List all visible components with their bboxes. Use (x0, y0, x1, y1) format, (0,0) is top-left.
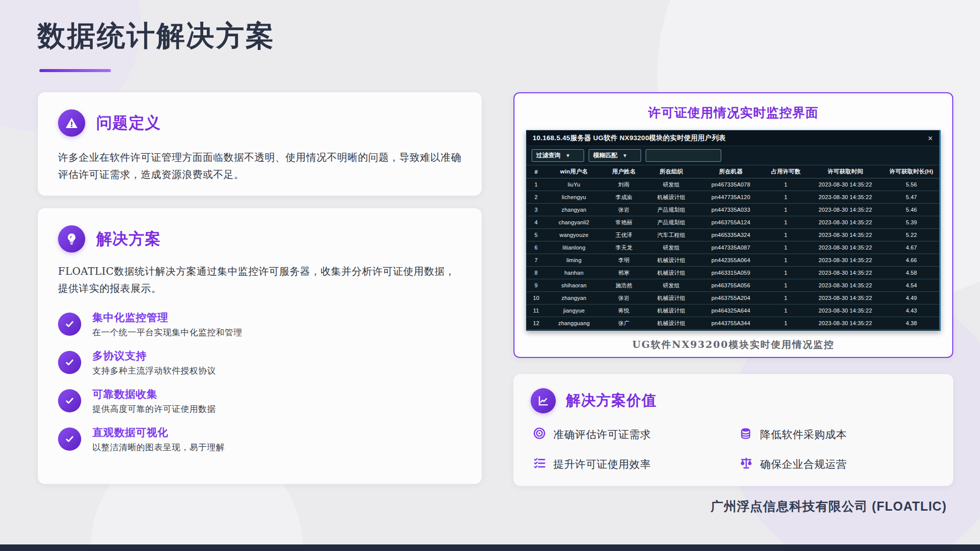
page-title: 数据统计解决方案 (37, 17, 275, 55)
table-cell: 研发组 (646, 282, 697, 289)
table-cell: pn464325A644 (697, 308, 765, 314)
lightbulb-icon (58, 225, 85, 253)
feature-desc: 以整洁清晰的图表呈现，易于理解 (92, 442, 225, 453)
value-item: 确保企业合规运营 (739, 456, 936, 472)
table-cell: 5.46 (884, 207, 939, 213)
table-cell: 李明 (602, 257, 646, 264)
table-cell: 5 (527, 232, 546, 238)
table-cell: 2023-08-30 14:35:22 (807, 219, 884, 225)
feature-item: 多协议支持 支持多种主流浮动软件授权协议 (58, 349, 462, 377)
monitor-card-title: 许可证使用情况实时监控界面 (514, 104, 952, 121)
value-label: 提升许可证使用效率 (553, 457, 651, 471)
table-row[interactable]: 1liuYu刘雨研发组pn467335A07812023-08-30 14:35… (527, 178, 939, 191)
table-cell: shihaoran (546, 282, 602, 288)
check-icon (58, 351, 81, 374)
table-header-cell: 占用许可数 (765, 168, 807, 175)
table-row[interactable]: 11jiangyue蒋悦机械设计组pn464325A64412023-08-30… (527, 304, 939, 317)
scales-icon (739, 456, 753, 472)
table-cell: 4.38 (884, 320, 939, 326)
table-cell: jiangyue (546, 308, 602, 314)
value-card-title: 解决方案价值 (566, 391, 657, 411)
table-cell: 3 (527, 207, 546, 213)
table-cell: 4.67 (884, 244, 939, 251)
table-cell: 1 (765, 270, 807, 276)
table-cell: 2023-08-30 14:35:22 (807, 282, 884, 288)
table-cell: 1 (765, 181, 807, 188)
table-cell: 研发组 (646, 244, 697, 252)
table-cell: zhangyan (546, 295, 602, 301)
close-icon[interactable]: ✕ (928, 135, 933, 142)
checklist-icon (533, 456, 546, 472)
table-cell: 王优泽 (602, 231, 646, 239)
table-cell: 1 (765, 232, 807, 238)
table-cell: 1 (765, 308, 807, 314)
table-cell: 机械设计组 (646, 307, 697, 315)
table-cell: 李成渝 (602, 194, 646, 201)
table-cell: lichengyu (546, 194, 602, 200)
table-cell: 2023-08-30 14:35:22 (807, 244, 884, 251)
feature-item: 集中化监控管理 在一个统一平台实现集中化监控和管理 (58, 311, 462, 338)
value-item: 降低软件采购成本 (739, 426, 936, 442)
table-cell: 2023-08-30 14:35:22 (807, 295, 884, 301)
table-cell: changyanli2 (546, 219, 602, 225)
check-icon (58, 313, 81, 336)
value-item: 提升许可证使用效率 (533, 456, 729, 472)
target-icon (533, 426, 546, 442)
check-icon (58, 389, 81, 412)
table-row[interactable]: 6litianlong李天龙研发组pn447335A08712023-08-30… (527, 241, 939, 254)
license-monitor-window: 10.168.5.45服务器 UG软件 NX93200模块的实时使用用户列表 ✕… (526, 130, 941, 331)
table-cell: 机械设计组 (646, 194, 697, 201)
table-cell: pn463755A204 (697, 295, 765, 301)
table-cell: 5.56 (884, 181, 939, 188)
filter-dropdown[interactable]: 过滤查询 ▼ (532, 149, 584, 162)
problem-card: 问题定义 许多企业在软件许可证管理方面面临数据不透明、使用情况不明晰的问题，导致… (38, 92, 482, 196)
table-cell: 机械设计组 (646, 294, 697, 302)
table-cell: 1 (765, 244, 807, 251)
table-row[interactable]: 5wangyouze王优泽汽车工程组pn465335A32412023-08-3… (527, 229, 939, 241)
table-header-cell: # (527, 169, 546, 175)
table-row[interactable]: 10zhangyan张岩机械设计组pn463755A20412023-08-30… (527, 292, 939, 304)
match-dropdown[interactable]: 模糊匹配 ▼ (589, 149, 641, 162)
problem-card-body: 许多企业在软件许可证管理方面面临数据不透明、使用情况不明晰的问题，导致难以准确评… (58, 149, 462, 183)
table-cell: 2023-08-30 14:35:22 (807, 194, 884, 200)
table-row[interactable]: 7liming李明机械设计组pn442355A06412023-08-30 14… (527, 254, 939, 267)
table-cell: 韩寒 (602, 269, 646, 277)
table-header-row: #win用户名用户姓名所在组织所在机器占用许可数许可获取时间许可获取时长(H) (527, 165, 939, 178)
coins-icon (739, 426, 753, 442)
table-cell: pn465335A324 (697, 232, 765, 238)
table-cell: 张岩 (602, 294, 646, 302)
solution-card: 解决方案 FLOATLIC数据统计解决方案通过集中监控许可服务器，收集并分析许可… (38, 208, 482, 484)
feature-item: 直观数据可视化 以整洁清晰的图表呈现，易于理解 (58, 425, 462, 453)
table-cell: 2023-08-30 14:35:22 (807, 320, 884, 326)
table-row[interactable]: 9shihaoran施浩然研发组pn463755A05612023-08-30 … (527, 279, 939, 292)
table-cell: 11 (527, 308, 546, 314)
table-cell: hanhan (546, 270, 602, 276)
table-row[interactable]: 8hanhan韩寒机械设计组pn463315A05912023-08-30 14… (527, 267, 939, 279)
table-cell: 2023-08-30 14:35:22 (807, 257, 884, 263)
table-row[interactable]: 4changyanli2常艳丽产品规划组pn463755A12412023-08… (527, 216, 939, 229)
value-card: 解决方案价值 准确评估许可证需求 降低软件采购成本 提升许可证使用效率 确保企业… (513, 374, 953, 486)
table-cell: liming (546, 257, 602, 263)
table-cell: 5.39 (884, 219, 939, 225)
feature-list: 集中化监控管理 在一个统一平台实现集中化监控和管理 多协议支持 支持多种主流浮动… (58, 311, 462, 453)
table-row[interactable]: 3zhangyan张岩产品规划组pn447335A03312023-08-30 … (527, 204, 939, 216)
table-header-cell: win用户名 (546, 168, 602, 175)
table-cell: 1 (765, 257, 807, 263)
table-header-cell: 用户姓名 (602, 168, 646, 175)
chevron-down-icon: ▼ (565, 153, 570, 158)
table-cell: 7 (527, 257, 546, 263)
table-cell: 1 (765, 295, 807, 301)
table-row[interactable]: 2lichengyu李成渝机械设计组pn447735A12012023-08-3… (527, 191, 939, 204)
table-cell: pn447335A033 (697, 207, 765, 213)
table-cell: pn442355A064 (697, 257, 765, 263)
warning-icon (58, 109, 85, 137)
value-label: 确保企业合规运营 (760, 457, 847, 471)
table-cell: zhangyan (546, 207, 602, 213)
table-cell: 10 (527, 295, 546, 301)
table-row[interactable]: 12zhangguang张广机械设计组pn443755A34412023-08-… (527, 317, 939, 330)
window-title: 10.168.5.45服务器 UG软件 NX93200模块的实时使用用户列表 (533, 134, 726, 143)
window-toolbar: 过滤查询 ▼ 模糊匹配 ▼ (527, 146, 939, 165)
search-input[interactable] (646, 149, 721, 162)
table-cell: 蒋悦 (602, 307, 646, 315)
table-cell: 2023-08-30 14:35:22 (807, 181, 884, 188)
